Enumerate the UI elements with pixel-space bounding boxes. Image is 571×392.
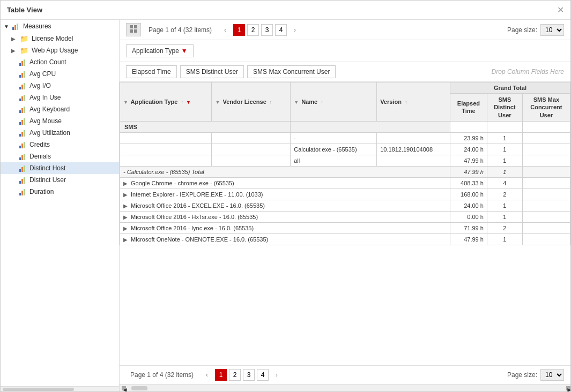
avg-utilization-label: Avg Utilization xyxy=(29,129,70,137)
table-row: - 23.99 h 1 xyxy=(120,132,570,144)
sidebar-item-avg-in-use[interactable]: Avg In Use xyxy=(1,92,119,103)
measures-expand-arrow: ▼ xyxy=(4,24,9,29)
td-sms-distinct: 2 xyxy=(487,189,522,200)
page-4-button[interactable]: 4 xyxy=(275,24,287,36)
hscroll-left-arrow[interactable]: ◄ xyxy=(122,386,126,390)
avg-utilization-icon xyxy=(18,129,26,137)
close-icon[interactable]: ✕ xyxy=(557,5,564,15)
col-header-name[interactable]: ▼ Name ↑ xyxy=(291,82,377,122)
data-table: ▼ Application Type ↑ ▼ ▼ Vendor License … xyxy=(120,82,570,245)
td-sms-max xyxy=(522,211,570,222)
hscroll-right-arrow[interactable]: ► xyxy=(566,386,570,390)
web-app-label: Web App Usage xyxy=(32,47,78,54)
application-type-filter[interactable]: Application Type ▼ xyxy=(126,44,194,57)
td-app-type-excel[interactable]: ▶ Microsoft Office 2016 - EXCEL.EXE - 16… xyxy=(120,200,450,211)
td-sms-max xyxy=(522,132,570,144)
page-1-button[interactable]: 1 xyxy=(233,24,245,36)
page-3-button-bottom[interactable]: 3 xyxy=(243,369,255,381)
td-vendor xyxy=(212,144,291,155)
sidebar-item-avg-io[interactable]: Avg I/O xyxy=(1,80,119,92)
page-nav-top: ‹ 1 2 3 4 › xyxy=(219,24,301,36)
td-sms-max-total xyxy=(522,166,570,177)
td-version: 10.1812.190104008 xyxy=(377,144,450,155)
sidebar-hscroll-thumb xyxy=(3,388,74,391)
sms-max-concurrent-chip-label: SMS Max Concurrent User xyxy=(253,68,330,76)
avg-cpu-label: Avg CPU xyxy=(29,70,56,78)
avg-in-use-label: Avg In Use xyxy=(29,94,61,101)
filter-row: Application Type ▼ xyxy=(120,40,570,62)
sms-distinct-user-chip[interactable]: SMS Distinct User xyxy=(180,65,244,78)
sidebar-item-web-app-usage[interactable]: ▶ 📁 Web App Usage xyxy=(1,44,119,56)
next-page-button-bottom[interactable]: › xyxy=(271,369,283,381)
td-sms-distinct: 1 xyxy=(487,155,522,166)
page-size-select-top[interactable]: 10 25 50 xyxy=(540,24,564,36)
column-chips-row: Elapsed Time SMS Distinct User SMS Max C… xyxy=(120,62,570,82)
td-app-type-lync[interactable]: ▶ Microsoft Office 2016 - lync.exe - 16.… xyxy=(120,222,450,233)
sidebar-item-distinct-user[interactable]: Distinct User xyxy=(1,174,119,186)
distinct-user-label: Distinct User xyxy=(29,176,66,184)
avg-io-label: Avg I/O xyxy=(29,82,51,89)
action-count-icon xyxy=(18,58,26,66)
sidebar-item-credits[interactable]: Credits xyxy=(1,139,119,150)
drop-column-zone: Drop Column Fields Here xyxy=(492,68,564,76)
sidebar-item-license-model[interactable]: ▶ 📁 License Model xyxy=(1,33,119,44)
td-app-type-ie[interactable]: ▶ Internet Explorer - IEXPLORE.EXE - 11.… xyxy=(120,189,450,200)
page-info-bottom: Page 1 of 4 (32 items) xyxy=(130,371,194,379)
hscroll-thumb[interactable] xyxy=(131,386,147,390)
title-bar: Table View ✕ xyxy=(1,1,570,20)
table-row: all 47.99 h 1 xyxy=(120,155,570,166)
td-elapsed: 23.99 h xyxy=(450,132,487,144)
web-app-arrow: ▶ xyxy=(11,48,18,54)
col-header-app-type[interactable]: ▼ Application Type ↑ ▼ xyxy=(120,82,212,122)
sidebar-measures-section[interactable]: ▼ Measures xyxy=(1,20,119,33)
next-page-button[interactable]: › xyxy=(289,24,301,36)
td-total-label: - Calculator.exe - (65535) Total xyxy=(120,166,450,177)
grid-view-button[interactable] xyxy=(126,23,141,36)
sidebar-item-avg-cpu[interactable]: Avg CPU xyxy=(1,68,119,80)
sidebar-item-avg-mouse[interactable]: Avg Mouse xyxy=(1,115,119,127)
page-2-button[interactable]: 2 xyxy=(247,24,259,36)
td-sms-max xyxy=(522,233,570,245)
page-1-button-bottom[interactable]: 1 xyxy=(215,369,227,381)
page-size-label-bottom: Page size: xyxy=(507,371,537,379)
sidebar-item-duration[interactable]: Duration xyxy=(1,186,119,198)
td-app-type-hxtsr[interactable]: ▶ Microsoft Office 2016 - HxTsr.exe - 16… xyxy=(120,211,450,222)
grand-total-header: Grand Total xyxy=(450,82,570,94)
td-name: Calculator.exe - (65535) xyxy=(291,144,377,155)
td-sms-max xyxy=(522,177,570,189)
td-app-type-onenote[interactable]: ▶ Microsoft OneNote - ONENOTE.EXE - 16.0… xyxy=(120,233,450,245)
page-2-button-bottom[interactable]: 2 xyxy=(229,369,241,381)
prev-page-button-bottom[interactable]: ‹ xyxy=(201,369,213,381)
sidebar-item-denials[interactable]: Denials xyxy=(1,150,119,162)
col-header-version[interactable]: Version ↑ xyxy=(377,82,450,122)
sms-max-concurrent-chip[interactable]: SMS Max Concurrent User xyxy=(247,65,336,78)
prev-page-button[interactable]: ‹ xyxy=(219,24,231,36)
page-size-select-bottom[interactable]: 10 25 50 xyxy=(540,369,564,381)
sidebar-hscroll[interactable] xyxy=(1,386,119,391)
sidebar-item-distinct-host[interactable]: Distinct Host xyxy=(1,162,119,174)
sidebar-item-avg-keyboard[interactable]: Avg Keyboard xyxy=(1,103,119,115)
elapsed-time-chip[interactable]: Elapsed Time xyxy=(126,65,177,78)
table-row: ▶ Microsoft OneNote - ONENOTE.EXE - 16.0… xyxy=(120,233,570,245)
filter-chip-label: Application Type xyxy=(132,47,179,55)
col-header-vendor[interactable]: ▼ Vendor License ↑ xyxy=(212,82,291,122)
sidebar-item-avg-utilization[interactable]: Avg Utilization xyxy=(1,127,119,139)
sidebar: ▼ Measures ▶ 📁 License Model ▶ xyxy=(1,20,120,391)
window-title: Table View xyxy=(7,6,42,14)
td-vendor xyxy=(212,132,291,144)
td-app-type xyxy=(120,144,212,155)
table-wrapper: ▼ Application Type ↑ ▼ ▼ Vendor License … xyxy=(120,82,570,365)
page-info-top: Page 1 of 4 (32 items) xyxy=(149,26,212,34)
horizontal-scrollbar[interactable]: ◄ ► xyxy=(120,384,570,391)
page-3-button[interactable]: 3 xyxy=(261,24,273,36)
td-elapsed: 408.33 h xyxy=(450,177,487,189)
app-type-expand-icon: ▼ xyxy=(123,100,128,105)
table-row: Calculator.exe - (65535) 10.1812.1901040… xyxy=(120,144,570,155)
app-type-sort-icon: ↑ xyxy=(181,100,183,105)
td-app-type-expand[interactable]: ▶ Google Chrome - chrome.exe - (65535) xyxy=(120,177,450,189)
action-count-label: Action Count xyxy=(29,58,66,66)
td-version xyxy=(377,155,450,166)
page-4-button-bottom[interactable]: 4 xyxy=(257,369,269,381)
sidebar-item-action-count[interactable]: Action Count xyxy=(1,56,119,68)
td-version xyxy=(377,132,450,144)
